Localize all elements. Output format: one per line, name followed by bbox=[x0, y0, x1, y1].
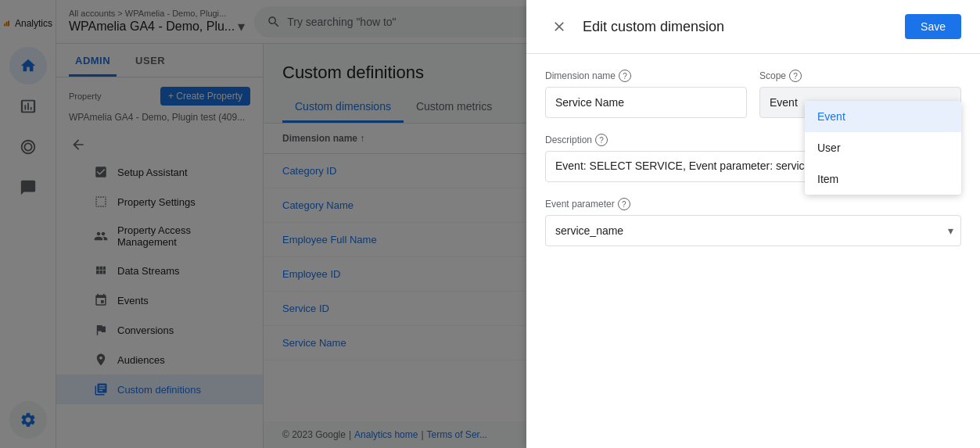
event-parameter-help-icon[interactable]: ? bbox=[618, 198, 630, 210]
event-parameter-row: Event parameter ? service_name ▾ bbox=[545, 198, 961, 246]
dimension-name-help-icon[interactable]: ? bbox=[619, 70, 631, 82]
scope-option-user[interactable]: User bbox=[805, 132, 961, 163]
dimension-name-label: Dimension name ? bbox=[545, 70, 747, 82]
scope-label: Scope ? bbox=[759, 70, 961, 82]
edit-dimension-dialog: Edit custom dimension Save Dimension nam… bbox=[526, 0, 980, 448]
event-parameter-select[interactable]: service_name bbox=[545, 215, 961, 246]
event-parameter-group: Event parameter ? service_name ▾ bbox=[545, 198, 961, 246]
dimension-name-group: Dimension name ? bbox=[545, 70, 747, 118]
dialog-save-button[interactable]: Save bbox=[905, 14, 961, 39]
scope-option-item[interactable]: Item bbox=[805, 163, 961, 195]
close-icon bbox=[551, 19, 567, 34]
event-parameter-select-wrapper: service_name ▾ bbox=[545, 215, 961, 246]
description-help-icon[interactable]: ? bbox=[595, 134, 608, 146]
scope-help-icon[interactable]: ? bbox=[789, 70, 802, 82]
event-parameter-label: Event parameter ? bbox=[545, 198, 961, 210]
dialog-close-button[interactable] bbox=[545, 13, 573, 41]
scope-option-event[interactable]: Event bbox=[805, 101, 961, 132]
dialog-header: Edit custom dimension Save bbox=[526, 0, 980, 54]
dimension-name-input[interactable] bbox=[545, 87, 747, 118]
dialog-title: Edit custom dimension bbox=[583, 19, 724, 35]
dialog-body: Dimension name ? Scope ? Event Descripti… bbox=[526, 54, 980, 448]
scope-dropdown: Event User Item bbox=[805, 101, 961, 195]
